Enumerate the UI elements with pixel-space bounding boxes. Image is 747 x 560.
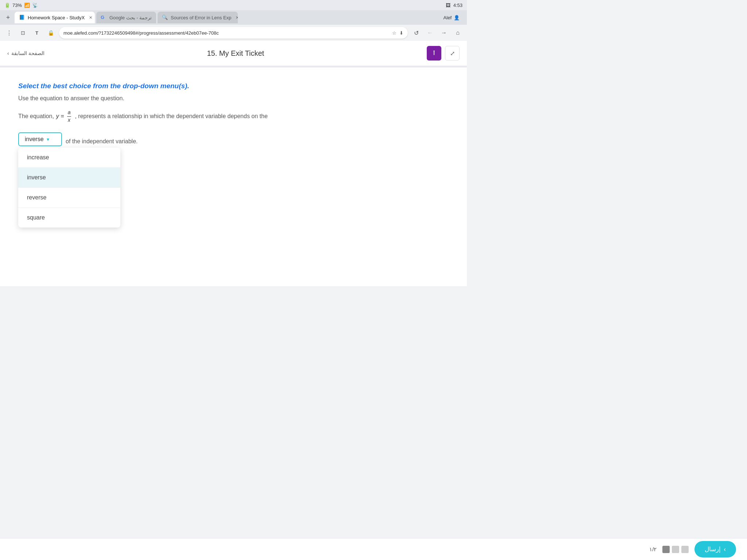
tab2-favicon: G: [101, 15, 107, 20]
tab2-label: ترجمة - بحث Google: [109, 15, 152, 20]
chevron-down-icon: ▾: [47, 136, 49, 142]
expand-icon: ⤢: [450, 50, 455, 57]
tab1-close[interactable]: ✕: [88, 15, 93, 20]
main-content: Select the best choice from the drop-dow…: [0, 67, 467, 286]
equation-var: y =: [56, 113, 64, 120]
translate-button[interactable]: T: [31, 27, 42, 38]
dropdown-container: inverse ▾ increase inverse reverse sq: [18, 132, 62, 146]
dropdown-menu: increase inverse reverse square: [18, 148, 120, 228]
dropdown-option-square[interactable]: square: [18, 208, 120, 228]
status-left: 🔋 73% 📶 📡: [4, 3, 38, 8]
tab3-close[interactable]: ✕: [234, 15, 238, 20]
extensions-button[interactable]: ⊡: [18, 27, 28, 38]
dropdown-value: inverse: [25, 136, 44, 143]
clock: 4:53: [453, 3, 462, 8]
page-title: 15. My Exit Ticket: [207, 49, 264, 58]
fullscreen-button[interactable]: ⤢: [445, 46, 460, 61]
equation-line: The equation, y = a x , represents a rel…: [18, 109, 449, 124]
fraction: a x: [67, 109, 71, 124]
url-text: moe.alefed.com/?1732246509498#/progress/…: [63, 30, 389, 36]
back-chevron-icon: ‹: [7, 50, 9, 56]
battery-level: 73%: [12, 3, 22, 8]
dropdown-option-reverse[interactable]: reverse: [18, 188, 120, 208]
back-label: الصفحة السابقة: [11, 50, 44, 56]
forward-button[interactable]: →: [438, 27, 449, 38]
dropdown-button[interactable]: inverse ▾: [18, 132, 62, 146]
signal-icon: 📶: [24, 3, 30, 8]
address-bar: ⋮ ⊡ T 🔒 moe.alefed.com/?1732246509498#/p…: [0, 25, 467, 41]
tab-bar: + 📘 Homework Space - StudyX ✕ G ترجمة - …: [0, 10, 467, 25]
status-bar: 🔋 73% 📶 📡 🖼 4:53: [0, 0, 467, 10]
screenshot-icon: 🖼: [446, 3, 450, 8]
profile-area: Alef 👤: [439, 15, 464, 20]
option-increase-label: increase: [27, 154, 49, 160]
tab3-favicon: 🔍: [162, 15, 168, 20]
back-button-page[interactable]: ‹ الصفحة السابقة: [7, 50, 44, 56]
equation-display: y = a x: [56, 109, 73, 124]
dropdown-option-inverse[interactable]: inverse: [18, 168, 120, 188]
equation-intro: The equation,: [18, 113, 54, 120]
new-tab-button[interactable]: +: [3, 12, 13, 23]
tab-google-translate[interactable]: G ترجمة - بحث Google: [96, 12, 156, 23]
header-actions: أ ⤢: [427, 46, 460, 61]
wifi-icon: 📡: [32, 3, 38, 8]
page-header: ‹ الصفحة السابقة 15. My Exit Ticket أ ⤢: [0, 41, 467, 66]
bookmark-icon[interactable]: ☆: [392, 30, 396, 36]
tab1-label: Homework Space - StudyX: [28, 15, 85, 20]
profile-icon: 👤: [454, 15, 460, 20]
security-icon: 🔒: [45, 27, 56, 38]
address-input[interactable]: moe.alefed.com/?1732246509498#/progress/…: [59, 27, 408, 39]
denominator: x: [67, 117, 71, 124]
home-button[interactable]: ⌂: [452, 27, 463, 38]
tab1-favicon: 📘: [19, 15, 25, 20]
battery-icon: 🔋: [4, 3, 10, 8]
address-actions: ☆ ⬇: [392, 30, 403, 36]
dropdown-suffix: of the independent variable.: [66, 138, 138, 145]
option-inverse-label: inverse: [27, 174, 46, 180]
alef-icon: أ: [433, 51, 435, 56]
dropdown-line: inverse ▾ increase inverse reverse sq: [18, 132, 449, 151]
numerator: a: [67, 109, 71, 117]
dropdown-option-increase[interactable]: increase: [18, 148, 120, 168]
menu-button[interactable]: ⋮: [4, 27, 15, 38]
status-right: 🖼 4:53: [446, 3, 462, 8]
browser-chrome: + 📘 Homework Space - StudyX ✕ G ترجمة - …: [0, 10, 467, 41]
instruction-bold: Select the best choice from the drop-dow…: [18, 82, 449, 90]
reload-button[interactable]: ↺: [411, 27, 422, 38]
tab3-label: Sources of Error in Lens Exp: [171, 15, 231, 20]
download-icon[interactable]: ⬇: [399, 30, 403, 36]
body-text: Use the equation to answer the question.: [18, 95, 449, 102]
alef-button[interactable]: أ: [427, 46, 441, 61]
tab-sources-error[interactable]: 🔍 Sources of Error in Lens Exp ✕: [158, 12, 238, 23]
profile-label: Alef: [444, 15, 452, 20]
option-square-label: square: [27, 214, 45, 221]
option-reverse-label: reverse: [27, 194, 46, 201]
page-area: ‹ الصفحة السابقة 15. My Exit Ticket أ ⤢ …: [0, 41, 467, 286]
tab-homework-space[interactable]: 📘 Homework Space - StudyX ✕: [15, 12, 95, 23]
equation-suffix: , represents a relationship in which the…: [75, 113, 267, 120]
back-button[interactable]: ←: [425, 27, 436, 38]
